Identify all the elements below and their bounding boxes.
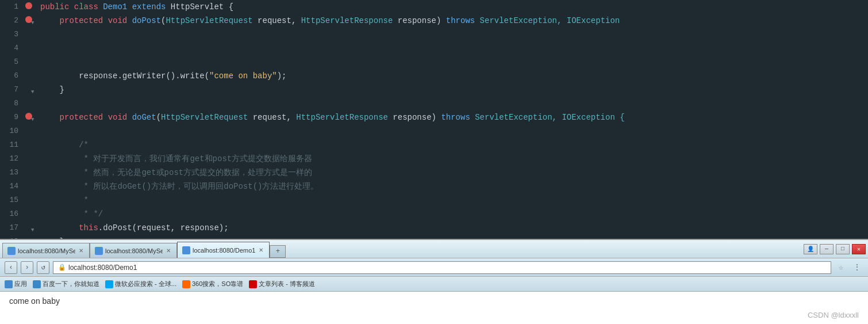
code-line-9: protected void doGet(HttpServletRequest … [40,110,868,124]
new-tab-button[interactable]: + [270,245,286,258]
browser-tab-3[interactable]: localhost:8080/Demo1 ✕ [177,242,270,258]
editor-gutter: ▼ ▼ ▼ ▼ [23,0,34,239]
code-line-1: public class Demo1 extends HttpServlet { [40,0,868,14]
code-line-3 [40,28,868,41]
code-line-7: } [40,83,868,97]
minimize-button[interactable]: — [820,244,834,254]
fold-9[interactable]: ▼ [31,113,34,127]
lock-icon: 🔒 [58,264,66,271]
bookmark-baidu-label: 百度一下，你就知道 [43,280,99,288]
browser-titlebar: localhost:8080/MyServ... ✕ localhost:808… [0,240,868,258]
tab-close-1[interactable]: ✕ [78,247,85,254]
url-bar[interactable]: 🔒 localhost:8080/Demo1 [53,261,831,274]
bookmark-star-button[interactable]: ☆ [835,261,847,274]
bing-icon [105,280,113,288]
bookmark-baidu[interactable]: 百度一下，你就知道 [33,280,99,288]
tab-icon-1 [7,247,16,255]
window-controls: 👤 — □ ✕ [804,244,866,254]
code-line-10 [40,124,868,138]
bookmark-apps[interactable]: 应用 [5,280,27,288]
tab-icon-2 [95,247,103,255]
code-line-15: * [40,193,868,207]
fold-7[interactable]: ▼ [31,85,34,99]
bookmark-bing[interactable]: 微软必应搜索 - 全球... [105,280,176,288]
line-numbers: 1 2 3 4 5 6 7 8 9 10 11 12 13 14 15 16 1… [0,0,23,239]
code-line-4 [40,41,868,55]
bookmark-csdn-label: 文章列表 - 博客频道 [259,280,315,288]
bookmark-360[interactable]: 360搜索，SO靠谱 [182,280,243,288]
bookmark-apps-label: 应用 [14,280,27,288]
browser-window: localhost:8080/MyServ... ✕ localhost:808… [0,239,868,324]
tab-label-1: localhost:8080/MyServ... [18,247,75,254]
fold-18[interactable]: ▼ [31,223,34,237]
apps-icon [5,280,13,288]
close-button[interactable]: ✕ [852,244,866,254]
profile-button[interactable]: 👤 [804,244,817,254]
csdn-bm-icon [249,280,257,288]
breakpoint-1[interactable] [25,2,32,9]
browser-content: come on baby CSDN @ldxxxll [0,292,868,324]
tab-label-2: localhost:8080/MyServ... [105,247,163,254]
bookmarks-bar: 应用 百度一下，你就知道 微软必应搜索 - 全球... 360搜索，SO靠谱 文… [0,277,868,292]
code-line-13: * 然而，无论是get或post方式提交的数据，处理方式是一样的 [40,166,868,180]
page-output: come on baby [9,296,60,306]
back-button[interactable]: ‹ [5,261,17,274]
code-editor: 1 2 3 4 5 6 7 8 9 10 11 12 13 14 15 16 1… [0,0,868,239]
forward-button[interactable]: › [21,261,33,274]
bookmark-360-label: 360搜索，SO靠谱 [192,280,243,288]
code-line-18: } [40,235,868,239]
code-line-8 [40,97,868,110]
bookmark-csdn[interactable]: 文章列表 - 博客频道 [249,280,315,288]
code-line-11: /* [40,138,868,152]
code-line-6: response.getWriter().write("come on baby… [40,69,868,83]
code-line-2: protected void doPost(HttpServletRequest… [40,14,868,28]
bookmark-bing-label: 微软必应搜索 - 全球... [115,280,176,288]
url-bar-row: ‹ › ↺ 🔒 localhost:8080/Demo1 ☆ ⋮ [0,258,868,277]
code-lines: public class Demo1 extends HttpServlet {… [34,0,868,239]
tab-close-3[interactable]: ✕ [258,247,264,253]
code-line-5 [40,55,868,69]
tab-label-3: localhost:8080/Demo1 [193,247,255,254]
tab-icon-3 [182,246,190,254]
tab-close-2[interactable]: ✕ [165,247,172,254]
code-line-17: this.doPost(request, response); [40,221,868,235]
browser-tab-1[interactable]: localhost:8080/MyServ... ✕ [2,243,90,258]
url-text: localhost:8080/Demo1 [68,264,137,272]
refresh-button[interactable]: ↺ [37,261,49,274]
baidu-icon [33,280,41,288]
code-line-16: * */ [40,207,868,221]
menu-button[interactable]: ⋮ [851,261,863,274]
code-line-14: * 所以在doGet()方法时，可以调用回doPost()方法进行处理。 [40,180,868,193]
maximize-button[interactable]: □ [836,244,850,254]
360-icon [182,280,190,288]
browser-tabs: localhost:8080/MyServ... ✕ localhost:808… [2,240,286,258]
browser-tab-2[interactable]: localhost:8080/MyServ... ✕ [90,243,177,258]
fold-2[interactable]: ▼ [31,16,34,30]
code-line-12: * 对于开发而言，我们通常有get和post方式提交数据给服务器 [40,152,868,166]
watermark-text: CSDN @ldxxxll [808,311,859,319]
